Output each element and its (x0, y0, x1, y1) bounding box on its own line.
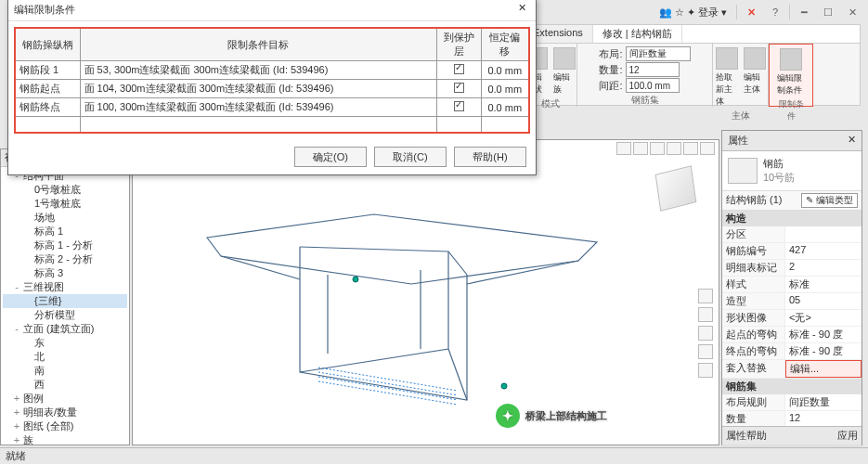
prop-row[interactable]: 造型05 (722, 293, 862, 310)
main-titlebar: 👥 ☆ ✦ 登录 ▾ ✕ ? ━ ☐ ✕ (648, 0, 868, 24)
view-cube[interactable] (652, 164, 700, 213)
edit-family-button[interactable]: 编辑族 (551, 45, 577, 97)
prop-row[interactable]: 布局规则间距数量 (722, 394, 862, 411)
nav-icon[interactable] (698, 344, 713, 359)
cancel-button[interactable]: 取消(C) (374, 147, 447, 167)
ok-button[interactable]: 确定(O) (294, 147, 367, 167)
viewport[interactable]: ✦ 桥梁上部结构施工 (132, 139, 719, 445)
close-icon[interactable]: ✕ (842, 2, 862, 22)
dialog-title: 编辑限制条件 (14, 3, 75, 17)
tree-item[interactable]: 北 (3, 350, 127, 364)
type-selector[interactable]: 钢筋10号筋 (722, 151, 862, 191)
tree-item[interactable]: {三维} (3, 294, 127, 308)
close-icon[interactable]: ✕ (848, 134, 856, 148)
tree-item[interactable]: 西 (3, 378, 127, 392)
prop-row[interactable]: 终点的弯钩标准 - 90 度 (722, 343, 862, 360)
svg-point-1 (501, 383, 507, 389)
tree-item[interactable]: 场地 (3, 211, 127, 225)
tree-item[interactable]: 标高 1 (3, 225, 127, 238)
close-x-icon[interactable]: ✕ (741, 2, 761, 22)
status-bar: 就绪 (0, 447, 868, 464)
layout-input[interactable] (626, 46, 691, 61)
canvas-tool-icon[interactable] (633, 142, 648, 155)
tree-item[interactable]: +图纸 (全部) (3, 419, 127, 433)
table-row[interactable]: 钢筋段 1面 53, 300m连续梁截面 300m连续梁截面 (Id: 5394… (15, 61, 529, 80)
constraints-table: 钢筋操纵柄 限制条件目标 到保护层 恒定偏移 钢筋段 1面 53, 300m连续… (14, 27, 530, 134)
ribbon-panel-host: 拾取新主体 编辑主体 主体 (713, 44, 769, 107)
tree-item[interactable]: 0号墩桩底 (3, 183, 127, 197)
edit-constraints-button[interactable]: 编辑限制条件 (775, 46, 807, 98)
tree-item[interactable]: 标高 3 (3, 266, 127, 280)
edit-type-button[interactable]: ✎ 编辑类型 (801, 193, 858, 208)
help-q-icon[interactable]: ? (765, 2, 785, 22)
model-view (188, 187, 615, 419)
canvas-toolbar (616, 142, 715, 155)
table-row[interactable]: 钢筋起点面 104, 300m连续梁截面 300m连续梁截面 (Id: 5394… (15, 80, 529, 98)
svg-point-0 (353, 277, 358, 282)
pick-host-button[interactable]: 拾取新主体 (714, 45, 740, 110)
tree-item[interactable]: 分析模型 (3, 308, 127, 322)
watermark: ✦ 桥梁上部结构施工 (496, 404, 607, 428)
tree-item[interactable]: 标高 1 - 分析 (3, 238, 127, 252)
type-thumb-icon (728, 158, 758, 184)
ribbon-panel-rebarset: 布局: 数量: 间距: 钢筋集 (577, 44, 713, 107)
chevron-down-icon[interactable]: ▾ (721, 6, 727, 19)
canvas-tool-icon[interactable] (667, 142, 681, 155)
prop-category[interactable]: 构造 (722, 211, 862, 226)
properties-panel: 属性✕ 钢筋10号筋 结构钢筋 (1) ✎ 编辑类型 构造分区钢筋编号427明细… (721, 130, 862, 445)
canvas-tool-icon[interactable] (700, 142, 715, 155)
canvas-tool-icon[interactable] (650, 142, 665, 155)
tree-item[interactable]: -三维视图 (3, 280, 127, 294)
prop-row[interactable]: 明细表标记2 (722, 260, 862, 277)
people-icon[interactable]: 👥 (659, 6, 672, 19)
nav-icon[interactable] (698, 289, 713, 303)
qty-input[interactable] (626, 62, 680, 77)
selection-label: 结构钢筋 (1) (726, 193, 783, 208)
tree-item[interactable]: -立面 (建筑立面) (3, 322, 127, 336)
login-link[interactable]: 登录 (698, 6, 719, 19)
wechat-icon: ✦ (496, 404, 520, 428)
edit-host-button[interactable]: 编辑主体 (742, 45, 768, 110)
tree-item[interactable]: 东 (3, 336, 127, 350)
properties-title: 属性 (728, 134, 748, 148)
tree-item[interactable]: +图例 (3, 392, 127, 406)
prop-row[interactable]: 起点的弯钩标准 - 90 度 (722, 327, 862, 343)
prop-help-link[interactable]: 属性帮助 (726, 429, 767, 443)
tree-item[interactable]: +明细表/数量 (3, 406, 127, 419)
canvas-tool-icon[interactable] (616, 142, 631, 155)
tree-item[interactable]: 1号墩桩底 (3, 197, 127, 211)
checkbox-icon[interactable] (454, 64, 464, 74)
maximize-icon[interactable]: ☐ (818, 2, 838, 22)
help-icon[interactable]: ✦ (687, 6, 695, 19)
canvas-tool-icon[interactable] (683, 142, 698, 155)
ribbon: Extensions 修改 | 结构钢筋 编辑形状 编辑族 模式 布局: 数量:… (523, 24, 861, 106)
help-button[interactable]: 帮助(H) (454, 147, 526, 167)
tab-modify-rebar[interactable]: 修改 | 结构钢筋 (593, 25, 682, 43)
tree-item[interactable]: +族 (3, 433, 127, 445)
minimize-icon[interactable]: ━ (794, 2, 814, 22)
nav-icon[interactable] (698, 363, 713, 378)
tree-item[interactable]: 南 (3, 364, 127, 378)
prop-category[interactable]: 钢筋集 (722, 379, 862, 394)
project-browser: 视图 (全部) -结构平面0号墩桩底1号墩桩底场地标高 1标高 1 - 分析标高… (0, 148, 130, 445)
nav-icon[interactable] (698, 326, 713, 341)
tree-item[interactable]: 标高 2 - 分析 (3, 252, 127, 266)
prop-row[interactable]: 样式标准 (722, 277, 862, 293)
ribbon-panel-constraints: 编辑限制条件 限制条件 (769, 44, 813, 107)
nav-icon[interactable] (698, 307, 713, 322)
prop-row[interactable]: 分区 (722, 226, 862, 243)
prop-row[interactable]: 套入替换编辑... (722, 360, 862, 379)
edit-constraints-dialog: 编辑限制条件 ✕ 钢筋操纵柄 限制条件目标 到保护层 恒定偏移 钢筋段 1面 5… (7, 0, 537, 175)
dialog-close-icon[interactable]: ✕ (513, 2, 530, 19)
prop-row[interactable]: 钢筋编号427 (722, 243, 862, 260)
table-row[interactable]: 钢筋终点面 100, 300m连续梁截面 300m连续梁截面 (Id: 5394… (15, 98, 529, 117)
checkbox-icon[interactable] (454, 83, 464, 93)
star-icon[interactable]: ☆ (675, 6, 684, 19)
spacing-input[interactable] (626, 78, 680, 93)
checkbox-icon[interactable] (454, 101, 464, 111)
apply-button[interactable]: 应用 (837, 429, 858, 443)
prop-row[interactable]: 形状图像<无> (722, 310, 862, 327)
